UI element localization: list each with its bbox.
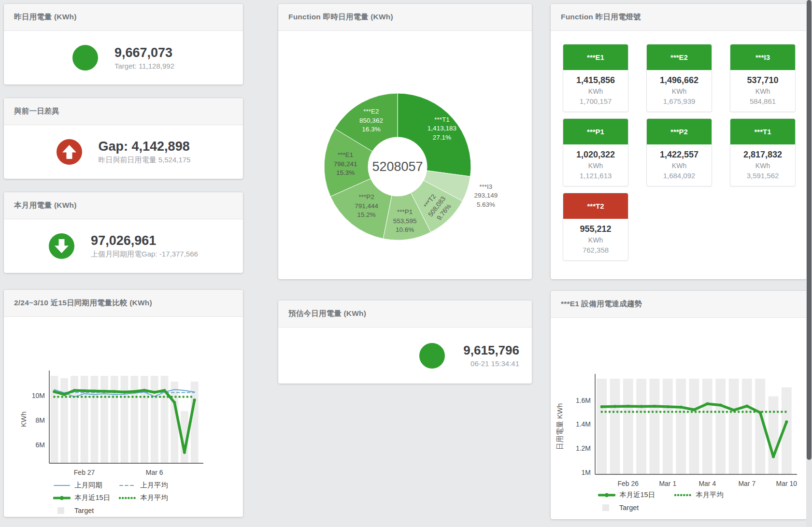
legend-label: Target: [74, 507, 94, 514]
legend-label: Target: [619, 504, 639, 512]
card-title: 預估今日用電量 (KWh): [288, 309, 366, 319]
svg-text:Mar 6: Mar 6: [146, 469, 163, 476]
stat-subtitle: Target: 11,128,992: [114, 62, 174, 70]
card-title: 與前一日差異: [14, 106, 59, 116]
legend-label: 上月平均: [140, 481, 168, 490]
stat-body: 9,615,796 06-21 15:34:41: [278, 328, 532, 384]
svg-text:日用電量 KWh: 日用電量 KWh: [556, 403, 564, 450]
svg-text:***I3293,1495.63%: ***I3293,1495.63%: [474, 183, 498, 208]
card-e1-trend: ***E1 設備用電達成趨勢 1M1.2M1.4M1.6MFeb 26Mar 1…: [551, 291, 807, 519]
card-title: Function 昨日用電燈號: [561, 12, 641, 22]
device-tile-***T2[interactable]: ***T2955,212KWh762,358: [563, 193, 628, 261]
stat-value: 9,667,073: [114, 45, 174, 60]
device-tile-***E2[interactable]: ***E21,496,662KWh1,675,939: [646, 44, 712, 112]
card-header: 2/24~3/10 近15日同期用電量比較 (KWh): [4, 290, 243, 317]
tile-body: 1,020,322KWh1,121,613: [563, 144, 628, 186]
svg-text:1.6M: 1.6M: [576, 397, 591, 404]
tile-value: 955,212: [564, 224, 627, 234]
legend-label: 本月平均: [140, 493, 168, 502]
legend-swatch-dash: [119, 482, 136, 489]
legend-swatch-dot: [674, 491, 692, 499]
legend-item-上月同期[interactable]: 上月同期: [53, 480, 119, 490]
svg-text:Mar 1: Mar 1: [659, 480, 676, 487]
tile-body: 1,496,662KWh1,675,939: [647, 70, 712, 112]
stat-body: 97,026,961 上個月同期用電Gap: -17,377,566: [4, 219, 243, 273]
tile-body: 1,415,856KWh1,700,157: [563, 70, 628, 112]
tile-target-value: 1,684,092: [648, 171, 711, 180]
tile-body: 1,422,557KWh1,684,092: [647, 144, 712, 186]
card-header: ***E1 設備用電達成趨勢: [551, 291, 807, 318]
legend-item-本月平均[interactable]: 本月平均: [674, 490, 724, 500]
trend-chart-canvas[interactable]: 1M1.2M1.4M1.6MFeb 26Mar 1Mar 4Mar 7Mar 1…: [551, 318, 807, 490]
stat-subtitle: 06-21 15:34:41: [463, 359, 519, 368]
donut-body: ***T11,413,18327.1%***I3293,1495.63%***T…: [278, 31, 532, 279]
svg-text:Mar 7: Mar 7: [738, 480, 755, 487]
device-tile-***E1[interactable]: ***E11,415,856KWh1,700,157: [563, 44, 628, 112]
card-title: 本月用電量 (KWh): [14, 200, 77, 211]
stat-value: Gap: 4,142,898: [99, 139, 191, 154]
stat-body: Gap: 4,142,898 昨日與前日用電量 5,524,175: [4, 125, 243, 179]
tile-target-value: 1,121,613: [564, 171, 627, 180]
svg-text:6M: 6M: [36, 441, 45, 449]
legend-swatch-square: [598, 504, 615, 511]
card-yesterday-usage: 昨日用電量 (KWh) 9,667,073 Target: 11,128,992: [4, 4, 243, 85]
tile-value: 1,415,856: [564, 75, 627, 85]
scrollbar-thumb[interactable]: [807, 0, 812, 460]
svg-text:1.4M: 1.4M: [576, 420, 591, 428]
card-estimate-today: 預估今日用電量 (KWh) 9,615,796 06-21 15:34:41: [278, 300, 532, 384]
legend-item-上月平均[interactable]: 上月平均: [119, 480, 168, 490]
donut-chart-canvas[interactable]: ***T11,413,18327.1%***I3293,1495.63%***T…: [278, 31, 532, 277]
tile-target-value: 1,675,939: [648, 97, 711, 105]
svg-text:Feb 27: Feb 27: [74, 469, 95, 476]
tile-target-value: 1,700,157: [564, 97, 627, 105]
card-lights-panel: Function 昨日用電燈號 ***E11,415,856KWh1,700,1…: [551, 4, 807, 279]
legend-label: 本月近15日: [74, 493, 110, 502]
legend-label: 上月同期: [74, 481, 102, 490]
scrollbar-track[interactable]: [806, 0, 812, 527]
lights-body: ***E11,415,856KWh1,700,157***E21,496,662…: [551, 31, 807, 261]
legend-item-Target[interactable]: Target: [598, 502, 674, 513]
legend-label: 本月近15日: [619, 490, 655, 499]
card-header: 預估今日用電量 (KWh): [278, 300, 532, 328]
status-circle-icon: [72, 45, 98, 71]
svg-text:5208057: 5208057: [372, 159, 423, 174]
stat-subtitle: 昨日與前日用電量 5,524,175: [99, 156, 191, 165]
card-month-usage: 本月用電量 (KWh) 97,026,961 上個月同期用電Gap: -17,3…: [4, 192, 243, 273]
legend-swatch-thick: [53, 494, 71, 501]
card-realtime-donut: Function 即時日用電量 (KWh) ***T11,413,18327.1…: [278, 4, 532, 279]
device-tile-***P1[interactable]: ***P11,020,322KWh1,121,613: [563, 118, 628, 186]
energy-dashboard: 昨日用電量 (KWh) 9,667,073 Target: 11,128,992…: [0, 0, 812, 527]
card-compare-chart: 2/24~3/10 近15日同期用電量比較 (KWh) 6M8M10MFeb 2…: [4, 290, 243, 517]
tile-body: 2,817,832KWh3,591,562: [730, 144, 795, 186]
tile-status-header: ***I3: [730, 44, 795, 70]
legend-label: 本月平均: [696, 490, 724, 499]
tile-status-header: ***E2: [647, 44, 712, 70]
legend-item-本月平均[interactable]: 本月平均: [119, 493, 168, 503]
tile-unit: KWh: [731, 87, 794, 95]
device-tile-***P2[interactable]: ***P21,422,557KWh1,684,092: [646, 118, 712, 186]
stat-value: 9,615,796: [463, 343, 519, 358]
card-header: Function 即時日用電量 (KWh): [278, 4, 532, 31]
tile-unit: KWh: [648, 162, 711, 170]
card-title: Function 即時日用電量 (KWh): [288, 12, 393, 22]
legend-item-本月近15日[interactable]: 本月近15日: [598, 490, 674, 500]
tile-status-header: ***E1: [563, 44, 628, 70]
compare-chart-canvas[interactable]: 6M8M10MFeb 27Mar 6KWh: [4, 317, 243, 481]
compare-chart-body: 6M8M10MFeb 27Mar 6KWh 上月同期上月平均本月近15日本月平均…: [4, 317, 243, 517]
tile-unit: KWh: [564, 236, 627, 244]
svg-text:1.2M: 1.2M: [576, 444, 591, 452]
trend-chart-body: 1M1.2M1.4M1.6MFeb 26Mar 1Mar 4Mar 7Mar 1…: [551, 318, 807, 519]
compare-chart-legend: 上月同期上月平均本月近15日本月平均Target: [53, 480, 168, 515]
tile-value: 2,817,832: [731, 150, 794, 160]
tile-body: 955,212KWh762,358: [563, 219, 628, 260]
device-tile-***I3[interactable]: ***I3537,710KWh584,861: [730, 44, 796, 112]
tile-status-header: ***T1: [730, 119, 795, 144]
device-tile-***T1[interactable]: ***T12,817,832KWh3,591,562: [730, 118, 796, 186]
stat-value: 97,026,961: [91, 233, 198, 248]
legend-item-本月近15日[interactable]: 本月近15日: [53, 493, 119, 503]
svg-text:1M: 1M: [582, 469, 591, 476]
legend-swatch-square: [53, 507, 71, 514]
legend-item-Target[interactable]: Target: [53, 505, 119, 515]
tile-status-header: ***P2: [647, 119, 712, 144]
tile-body: 537,710KWh584,861: [730, 70, 795, 112]
